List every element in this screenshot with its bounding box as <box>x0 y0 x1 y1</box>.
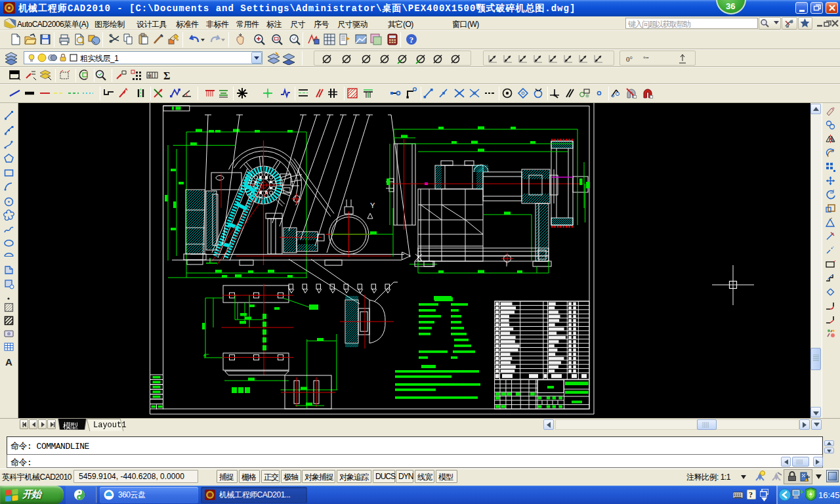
svg-text:Y: Y <box>370 201 375 209</box>
svg-text:?: ? <box>749 490 753 499</box>
svg-text:Σ: Σ <box>163 70 170 81</box>
svg-text:H: H <box>148 73 152 79</box>
svg-text:0°: 0° <box>626 55 633 63</box>
svg-text:?: ? <box>410 35 414 45</box>
svg-text:°′″: °′″ <box>643 56 649 62</box>
svg-text:A: A <box>5 356 12 368</box>
